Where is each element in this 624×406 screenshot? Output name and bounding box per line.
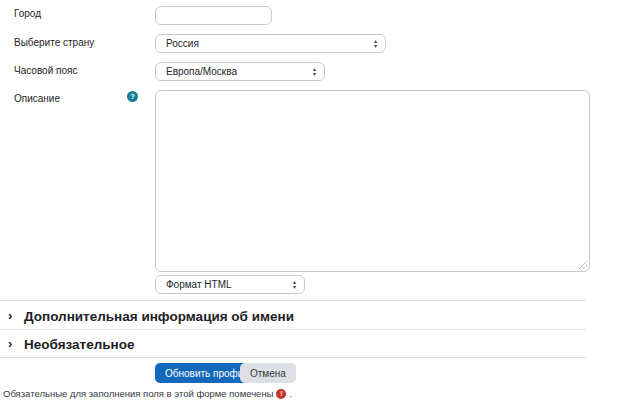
city-input[interactable] [155, 6, 272, 25]
cancel-button[interactable]: Отмена [240, 363, 296, 383]
select-arrows-icon: ▴ ▾ [374, 39, 377, 48]
section-title: Дополнительная информация об имени [24, 309, 294, 324]
select-arrows-icon: ▴ ▾ [313, 67, 316, 76]
format-select-value: Формат HTML [166, 279, 287, 290]
description-label: Описание [14, 93, 60, 105]
description-textarea[interactable] [156, 91, 589, 271]
timezone-select-value: Европа/Москва [166, 66, 307, 77]
section-additional-names[interactable]: › Дополнительная информация об имени [0, 304, 586, 328]
divider [0, 357, 586, 358]
country-label: Выберите страну [14, 37, 94, 49]
country-select[interactable]: Россия ▴ ▾ [155, 34, 386, 53]
divider [0, 329, 586, 330]
section-title: Необязательное [24, 337, 135, 352]
required-note-text: Обязательные для заполнения поля в этой … [3, 388, 273, 399]
help-icon[interactable]: ? [127, 91, 138, 102]
required-icon: ! [276, 389, 286, 399]
timezone-label: Часовой пояс [14, 65, 77, 77]
section-optional[interactable]: › Необязательное [0, 332, 586, 356]
chevron-right-icon: › [8, 337, 12, 351]
divider [0, 300, 586, 301]
required-fields-note: Обязательные для заполнения поля в этой … [3, 388, 292, 399]
description-textarea-wrapper [155, 90, 590, 272]
chevron-right-icon: › [8, 309, 12, 323]
select-arrows-icon: ▴ ▾ [293, 280, 296, 289]
required-note-suffix: . [289, 388, 292, 399]
country-select-value: Россия [166, 38, 368, 49]
profile-edit-form: Город Выберите страну Россия ▴ ▾ Часовой… [0, 0, 624, 406]
timezone-select[interactable]: Европа/Москва ▴ ▾ [155, 62, 325, 81]
city-label: Город [14, 8, 41, 20]
format-select[interactable]: Формат HTML ▴ ▾ [155, 275, 305, 294]
